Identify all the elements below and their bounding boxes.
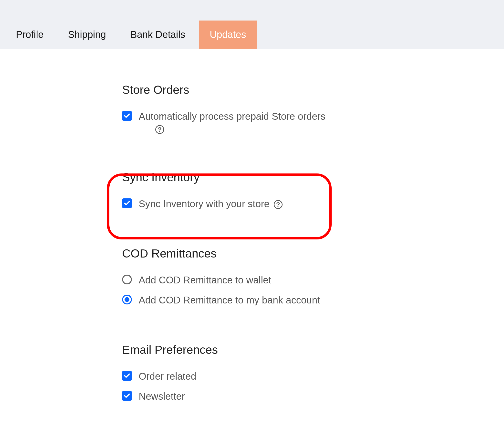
section-email-preferences: Email Preferences Order related Newslett… — [122, 343, 504, 403]
checkbox-email-order[interactable] — [122, 371, 132, 381]
radio-dot — [124, 297, 129, 302]
section-title-sync-inventory: Sync Inventory — [122, 171, 504, 184]
section-title-email: Email Preferences — [122, 343, 504, 356]
row-auto-process: Automatically process prepaid Store orde… — [122, 110, 504, 134]
label-cod-bank: Add COD Remittance to my bank account — [139, 294, 320, 306]
help-icon[interactable]: ? — [274, 200, 283, 209]
tab-shipping[interactable]: Shipping — [57, 20, 117, 49]
check-icon — [123, 372, 130, 379]
section-sync-inventory: Sync Inventory Sync Inventory with your … — [122, 171, 504, 210]
row-cod-wallet: Add COD Remittance to wallet — [122, 274, 504, 286]
label-sync-inventory: Sync Inventory with your store ? — [139, 197, 283, 210]
row-sync-inventory: Sync Inventory with your store ? — [122, 197, 504, 210]
section-store-orders: Store Orders Automatically process prepa… — [122, 83, 504, 134]
section-title-store-orders: Store Orders — [122, 83, 504, 96]
help-icon[interactable]: ? — [155, 125, 164, 134]
row-email-newsletter: Newsletter — [122, 390, 504, 403]
checkbox-email-newsletter[interactable] — [122, 391, 132, 401]
row-cod-bank: Add COD Remittance to my bank account — [122, 294, 504, 306]
section-title-cod: COD Remittances — [122, 247, 504, 260]
tab-bank-details[interactable]: Bank Details — [119, 20, 196, 49]
label-auto-process: Automatically process prepaid Store orde… — [139, 111, 325, 122]
section-cod-remittances: COD Remittances Add COD Remittance to wa… — [122, 247, 504, 306]
label-email-order: Order related — [139, 370, 196, 383]
label-cod-wallet: Add COD Remittance to wallet — [139, 274, 271, 286]
check-icon — [123, 112, 130, 119]
label-email-newsletter: Newsletter — [139, 390, 185, 403]
checkbox-sync-inventory[interactable] — [122, 198, 132, 208]
label-sync-inventory-text: Sync Inventory with your store — [139, 198, 270, 209]
settings-content: Store Orders Automatically process prepa… — [0, 49, 504, 403]
radio-cod-wallet[interactable] — [122, 275, 132, 284]
check-icon — [123, 200, 130, 207]
tab-updates[interactable]: Updates — [199, 20, 257, 49]
check-icon — [123, 392, 130, 399]
row-email-order: Order related — [122, 370, 504, 383]
tab-profile[interactable]: Profile — [5, 20, 54, 49]
checkbox-auto-process[interactable] — [122, 111, 132, 121]
tab-bar: Profile Shipping Bank Details Updates — [0, 0, 504, 49]
radio-cod-bank[interactable] — [122, 295, 132, 304]
